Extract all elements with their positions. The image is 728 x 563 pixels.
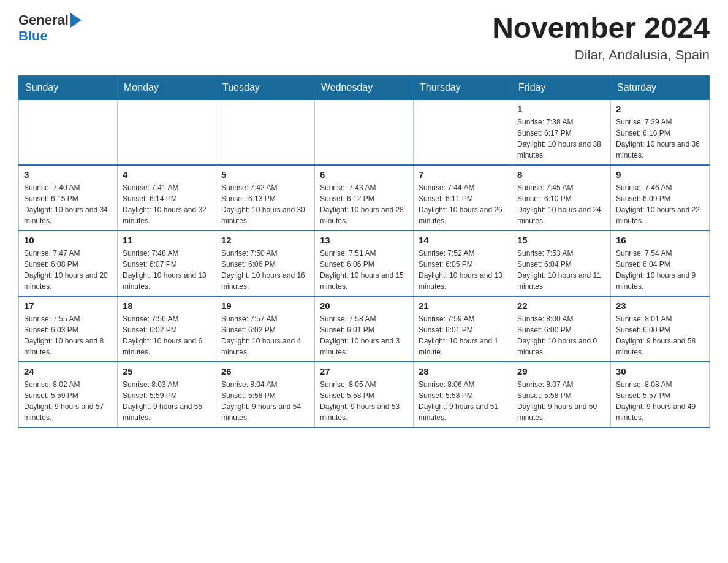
calendar-cell: 8Sunrise: 7:45 AMSunset: 6:10 PMDaylight…	[512, 165, 611, 231]
calendar-cell: 24Sunrise: 8:02 AMSunset: 5:59 PMDayligh…	[19, 362, 118, 427]
calendar-cell	[216, 99, 315, 165]
calendar-cell	[118, 99, 216, 165]
day-number: 10	[24, 235, 112, 245]
day-number: 19	[221, 301, 309, 311]
calendar-cell: 3Sunrise: 7:40 AMSunset: 6:15 PMDaylight…	[19, 165, 118, 231]
day-number: 24	[24, 366, 112, 377]
calendar-cell	[19, 99, 118, 165]
day-number: 15	[517, 235, 605, 245]
day-number: 25	[123, 366, 211, 377]
day-number: 11	[123, 235, 211, 245]
day-info: Sunrise: 7:54 AMSunset: 6:04 PMDaylight:…	[616, 248, 704, 292]
day-number: 12	[221, 235, 309, 245]
calendar-cell: 14Sunrise: 7:52 AMSunset: 6:05 PMDayligh…	[414, 231, 512, 296]
day-info: Sunrise: 7:58 AMSunset: 6:01 PMDaylight:…	[320, 313, 408, 358]
calendar-header-tuesday: Tuesday	[216, 75, 315, 99]
day-info: Sunrise: 8:00 AMSunset: 6:00 PMDaylight:…	[517, 313, 605, 358]
logo-blue-text: Blue	[18, 28, 48, 44]
calendar-header-sunday: Sunday	[19, 75, 118, 99]
day-info: Sunrise: 7:57 AMSunset: 6:02 PMDaylight:…	[221, 313, 309, 358]
calendar-cell: 19Sunrise: 7:57 AMSunset: 6:02 PMDayligh…	[216, 296, 315, 362]
day-info: Sunrise: 8:05 AMSunset: 5:58 PMDaylight:…	[320, 379, 408, 423]
calendar-header-friday: Friday	[512, 75, 611, 99]
day-info: Sunrise: 7:55 AMSunset: 6:03 PMDaylight:…	[24, 313, 112, 358]
calendar-cell: 1Sunrise: 7:38 AMSunset: 6:17 PMDaylight…	[512, 99, 611, 165]
calendar-cell: 28Sunrise: 8:06 AMSunset: 5:58 PMDayligh…	[414, 362, 512, 427]
day-info: Sunrise: 7:45 AMSunset: 6:10 PMDaylight:…	[517, 182, 605, 226]
calendar-header-thursday: Thursday	[414, 75, 512, 99]
day-number: 2	[616, 104, 704, 114]
day-info: Sunrise: 7:50 AMSunset: 6:06 PMDaylight:…	[221, 248, 309, 292]
day-number: 27	[320, 366, 408, 377]
logo-general-text: General	[18, 12, 69, 28]
calendar-cell: 15Sunrise: 7:53 AMSunset: 6:04 PMDayligh…	[512, 231, 611, 296]
month-title: November 2024	[492, 12, 710, 45]
calendar-header-monday: Monday	[118, 75, 216, 99]
day-info: Sunrise: 7:40 AMSunset: 6:15 PMDaylight:…	[24, 182, 112, 226]
day-number: 16	[616, 235, 704, 245]
calendar-cell: 25Sunrise: 8:03 AMSunset: 5:59 PMDayligh…	[118, 362, 216, 427]
day-number: 1	[517, 104, 605, 114]
calendar-cell: 7Sunrise: 7:44 AMSunset: 6:11 PMDaylight…	[414, 165, 512, 231]
day-number: 22	[517, 301, 605, 311]
calendar-cell	[315, 99, 414, 165]
calendar-cell: 10Sunrise: 7:47 AMSunset: 6:08 PMDayligh…	[19, 231, 118, 296]
day-info: Sunrise: 7:39 AMSunset: 6:16 PMDaylight:…	[616, 117, 704, 161]
title-section: November 2024 Dilar, Andalusia, Spain	[492, 12, 710, 63]
day-info: Sunrise: 8:03 AMSunset: 5:59 PMDaylight:…	[123, 379, 211, 423]
calendar-cell: 21Sunrise: 7:59 AMSunset: 6:01 PMDayligh…	[414, 296, 512, 362]
day-info: Sunrise: 7:47 AMSunset: 6:08 PMDaylight:…	[24, 248, 112, 292]
day-info: Sunrise: 7:53 AMSunset: 6:04 PMDaylight:…	[517, 248, 605, 292]
day-info: Sunrise: 8:08 AMSunset: 5:57 PMDaylight:…	[616, 379, 704, 423]
day-info: Sunrise: 8:06 AMSunset: 5:58 PMDaylight:…	[419, 379, 507, 423]
day-number: 26	[221, 366, 309, 377]
day-info: Sunrise: 8:01 AMSunset: 6:00 PMDaylight:…	[616, 313, 704, 358]
calendar-header-saturday: Saturday	[611, 75, 710, 99]
day-number: 3	[24, 169, 112, 180]
day-info: Sunrise: 7:38 AMSunset: 6:17 PMDaylight:…	[517, 117, 605, 161]
day-number: 8	[517, 169, 605, 180]
location-title: Dilar, Andalusia, Spain	[492, 47, 710, 63]
calendar-cell: 5Sunrise: 7:42 AMSunset: 6:13 PMDaylight…	[216, 165, 315, 231]
calendar-cell: 16Sunrise: 7:54 AMSunset: 6:04 PMDayligh…	[611, 231, 710, 296]
day-info: Sunrise: 7:42 AMSunset: 6:13 PMDaylight:…	[221, 182, 309, 226]
day-info: Sunrise: 7:43 AMSunset: 6:12 PMDaylight:…	[320, 182, 408, 226]
logo-arrow-icon	[70, 13, 82, 28]
day-info: Sunrise: 8:07 AMSunset: 5:58 PMDaylight:…	[517, 379, 605, 423]
calendar-cell: 29Sunrise: 8:07 AMSunset: 5:58 PMDayligh…	[512, 362, 611, 427]
calendar-cell: 2Sunrise: 7:39 AMSunset: 6:16 PMDaylight…	[611, 99, 710, 165]
day-info: Sunrise: 8:02 AMSunset: 5:59 PMDaylight:…	[24, 379, 112, 423]
day-number: 4	[123, 169, 211, 180]
calendar-cell: 30Sunrise: 8:08 AMSunset: 5:57 PMDayligh…	[611, 362, 710, 427]
calendar-cell: 9Sunrise: 7:46 AMSunset: 6:09 PMDaylight…	[611, 165, 710, 231]
day-number: 18	[123, 301, 211, 311]
day-info: Sunrise: 7:52 AMSunset: 6:05 PMDaylight:…	[419, 248, 507, 292]
calendar-cell: 23Sunrise: 8:01 AMSunset: 6:00 PMDayligh…	[611, 296, 710, 362]
calendar-cell: 17Sunrise: 7:55 AMSunset: 6:03 PMDayligh…	[19, 296, 118, 362]
day-info: Sunrise: 7:51 AMSunset: 6:06 PMDaylight:…	[320, 248, 408, 292]
calendar-week-3: 10Sunrise: 7:47 AMSunset: 6:08 PMDayligh…	[19, 231, 710, 296]
day-info: Sunrise: 7:56 AMSunset: 6:02 PMDaylight:…	[123, 313, 211, 358]
calendar-header-wednesday: Wednesday	[315, 75, 414, 99]
calendar-week-2: 3Sunrise: 7:40 AMSunset: 6:15 PMDaylight…	[19, 165, 710, 231]
calendar-cell: 20Sunrise: 7:58 AMSunset: 6:01 PMDayligh…	[315, 296, 414, 362]
calendar-cell: 6Sunrise: 7:43 AMSunset: 6:12 PMDaylight…	[315, 165, 414, 231]
calendar-table: SundayMondayTuesdayWednesdayThursdayFrid…	[18, 75, 710, 428]
day-info: Sunrise: 7:59 AMSunset: 6:01 PMDaylight:…	[419, 313, 507, 358]
day-number: 29	[517, 366, 605, 377]
day-info: Sunrise: 7:46 AMSunset: 6:09 PMDaylight:…	[616, 182, 704, 226]
day-number: 28	[419, 366, 507, 377]
calendar-cell: 18Sunrise: 7:56 AMSunset: 6:02 PMDayligh…	[118, 296, 216, 362]
calendar-cell: 13Sunrise: 7:51 AMSunset: 6:06 PMDayligh…	[315, 231, 414, 296]
day-number: 21	[419, 301, 507, 311]
page-header: General Blue November 2024 Dilar, Andalu…	[18, 12, 710, 63]
day-info: Sunrise: 8:04 AMSunset: 5:58 PMDaylight:…	[221, 379, 309, 423]
day-number: 13	[320, 235, 408, 245]
calendar-cell: 4Sunrise: 7:41 AMSunset: 6:14 PMDaylight…	[118, 165, 216, 231]
calendar-header-row: SundayMondayTuesdayWednesdayThursdayFrid…	[19, 75, 710, 99]
calendar-cell: 22Sunrise: 8:00 AMSunset: 6:00 PMDayligh…	[512, 296, 611, 362]
calendar-cell	[414, 99, 512, 165]
calendar-cell: 26Sunrise: 8:04 AMSunset: 5:58 PMDayligh…	[216, 362, 315, 427]
day-number: 9	[616, 169, 704, 180]
calendar-cell: 11Sunrise: 7:48 AMSunset: 6:07 PMDayligh…	[118, 231, 216, 296]
